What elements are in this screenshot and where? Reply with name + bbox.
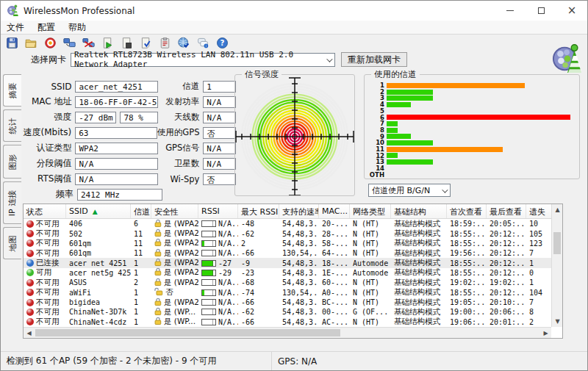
table-row-aWiFi[interactable]: 不可用aWiFi1否N/A...-74130,54,...A0-...N (HT…	[24, 288, 562, 298]
summary-row: SSIDacer_net_4251信道1	[23, 79, 236, 94]
table-row-ChinaNet-4cdz[interactable]: 不可用ChinaNet-4cdz1是 (WP...N/A...-6654,48,…	[24, 317, 562, 327]
infrastructure-cell: 基础结构模式	[391, 238, 447, 248]
column-header-10[interactable]: 基础结构	[391, 204, 447, 218]
rssi-cell: N/A...	[198, 298, 238, 306]
column-header-7[interactable]: 支持的速率	[279, 204, 319, 218]
horizontal-scroll-thumb[interactable]	[35, 329, 340, 336]
chevron-down-icon	[442, 187, 448, 192]
test-options-icon[interactable]	[137, 35, 154, 50]
feedback-icon[interactable]: i	[195, 35, 211, 50]
window-title: WirelessMon Professional	[24, 6, 135, 16]
lost-cell: 2	[526, 318, 553, 326]
ssid-cell: acer_net5g_4251	[66, 269, 131, 277]
report-icon[interactable]	[157, 35, 173, 50]
maximize-button[interactable]	[526, 1, 556, 21]
sidebar-tab-summary[interactable]: 摘要	[3, 74, 21, 107]
status-red-icon	[26, 289, 34, 296]
status-cell: 已连接	[24, 258, 66, 268]
rates-cell: 54,48,3...	[279, 269, 319, 277]
network-type-cell: N (HT)	[350, 289, 391, 297]
save-icon[interactable]	[4, 35, 20, 50]
column-header-5[interactable]: RSSI	[198, 204, 238, 218]
main-area: 摘要统计图形IP 连接地图 SSIDacer_net_4251信道1MAC 地址…	[1, 68, 587, 351]
web-check-icon[interactable]	[176, 35, 192, 50]
mac-cell: 20-...	[319, 220, 350, 228]
ssid-cell: 502	[66, 230, 131, 238]
rates-cell: 54,48,3...	[279, 318, 319, 326]
scroll-down-icon[interactable]: ▼	[552, 316, 563, 327]
rates-cell: 54,48,3...	[279, 220, 319, 228]
ssid-cell: ChinaNet-4cdz	[66, 318, 131, 326]
field-value: 63	[75, 127, 157, 139]
start-log-icon[interactable]	[99, 35, 115, 50]
table-row-406[interactable]: 不可用4066是 (WPA2)N/A...-4854,48,3...20-...…	[24, 219, 562, 228]
menu-help[interactable]: 帮助	[68, 21, 86, 34]
column-header-4[interactable]: 安全性	[151, 204, 198, 218]
table-row-ASUS[interactable]: 不可用ASUS2是 (WPA2)N/A...-6854,48,3...60-..…	[24, 278, 562, 287]
menu-configure[interactable]: 配置	[37, 21, 55, 34]
lock-icon	[154, 228, 162, 239]
table-row-502[interactable]: 不可用50211是 (WPA2)N/A...-6254,48,3...28-..…	[24, 228, 562, 238]
status-red-icon	[26, 220, 34, 228]
column-header-3[interactable]: 信道	[131, 204, 151, 218]
open-folder-icon[interactable]	[23, 35, 39, 50]
scroll-left-icon[interactable]: ◀	[24, 328, 35, 339]
infrastructure-cell: 基础结构模式	[391, 278, 447, 288]
channel-filter-select[interactable]: 信道使用 B/G/N	[368, 184, 451, 197]
field-value: N/A	[203, 96, 236, 108]
menu-file[interactable]: 文件	[7, 21, 24, 34]
table-row-601qm[interactable]: 不可用601qm11是 (WPA2)N/A...254,48,3...58-..…	[24, 239, 562, 248]
scroll-up-icon[interactable]: ▲	[552, 204, 563, 215]
vertical-scrollbar[interactable]: ▲ ▼	[551, 204, 562, 327]
disconnect-icon[interactable]	[80, 35, 96, 50]
sidebar-tab-map[interactable]: 地图	[3, 227, 21, 259]
field-value: N/A	[203, 158, 236, 170]
column-header-1[interactable]: 状态	[24, 204, 66, 218]
rssi-cell: -27	[198, 259, 238, 267]
connect-icon[interactable]	[61, 35, 77, 50]
column-header-2[interactable]: SSID▲	[66, 204, 131, 218]
rssi-bar-icon	[201, 220, 216, 227]
lost-cell: 105	[526, 230, 553, 238]
table-row-601qm[interactable]: 不可用601qm11是 (WPA2)N/A...-66130,54,...64-…	[24, 248, 562, 258]
rssi-cell: N/A...	[198, 239, 238, 248]
help-icon[interactable]: ?	[214, 35, 230, 50]
column-header-13[interactable]: 遗失	[526, 204, 553, 218]
sidebar-tab-graphs[interactable]: 图形	[3, 145, 21, 179]
app-logo-icon	[7, 4, 19, 18]
ap-table-header: 状态SSID▲信道安全性RSSI最大 RSSI支持的速率MAC...网络类型基础…	[24, 204, 562, 219]
vertical-scroll-thumb[interactable]	[553, 232, 561, 254]
last-seen-cell: 20:12:...	[487, 239, 526, 248]
lock-icon	[154, 219, 162, 229]
mac-cell: 00-...	[319, 308, 350, 316]
reload-adapter-button[interactable]: 重新加载网卡	[341, 52, 407, 67]
column-header-9[interactable]: 网络类型	[350, 204, 391, 218]
table-row-acer_net_4251[interactable]: 已连接acer_net_42511是 (WPA2)-27-954,48,3...…	[24, 258, 562, 267]
table-row-acer_net5g_4251[interactable]: 可用acer_net5g_42511是 (WPA2)-29-2354,48,3.…	[24, 268, 562, 278]
infrastructure-cell: 基础结构模式	[391, 219, 447, 229]
close-button[interactable]: ×	[556, 1, 587, 21]
sidebar-tab-statistics[interactable]: 统计	[3, 109, 21, 142]
minimize-button[interactable]	[495, 1, 526, 21]
target-icon[interactable]	[42, 35, 58, 50]
channels-in-use-title: 使用的信道	[371, 69, 420, 80]
sidebar-tab-ip-connections[interactable]: IP 连接	[3, 181, 21, 224]
sidebar-tabs: 摘要统计图形IP 连接地图	[3, 74, 21, 259]
horizontal-scrollbar[interactable]: ◀ ▶	[24, 327, 551, 338]
column-header-11[interactable]: 首次查看	[447, 204, 487, 218]
last-seen-cell: 20:06:...	[487, 308, 526, 316]
sidebar-tab-label: 地图	[7, 235, 18, 251]
channels-in-use-group: 使用的信道 1234567891011121314OTH	[364, 74, 580, 179]
rssi-bar-icon	[201, 260, 216, 267]
table-row-bigidea[interactable]: 不可用bigidea1是 (WPA2)N/A...-6654,48,3...BC…	[24, 298, 562, 307]
scroll-right-icon[interactable]: ▶	[540, 328, 551, 339]
network-type-cell: N (HT)	[350, 239, 391, 248]
stop-log-icon[interactable]	[118, 35, 135, 50]
channel-label: OTH	[369, 172, 387, 179]
adapter-select[interactable]: Realtek RTL8723B Wireless LAN 802.11n US…	[71, 53, 335, 67]
column-header-12[interactable]: 最后查看	[487, 204, 526, 218]
table-row-ChinaNet-3D7k[interactable]: 不可用ChinaNet-3D7k1是 (WP...N/A...-6254,48,…	[24, 307, 562, 317]
maximize-icon	[538, 7, 545, 14]
column-header-8[interactable]: MAC...	[319, 204, 350, 218]
column-header-6[interactable]: 最大 RSSI	[238, 204, 279, 218]
